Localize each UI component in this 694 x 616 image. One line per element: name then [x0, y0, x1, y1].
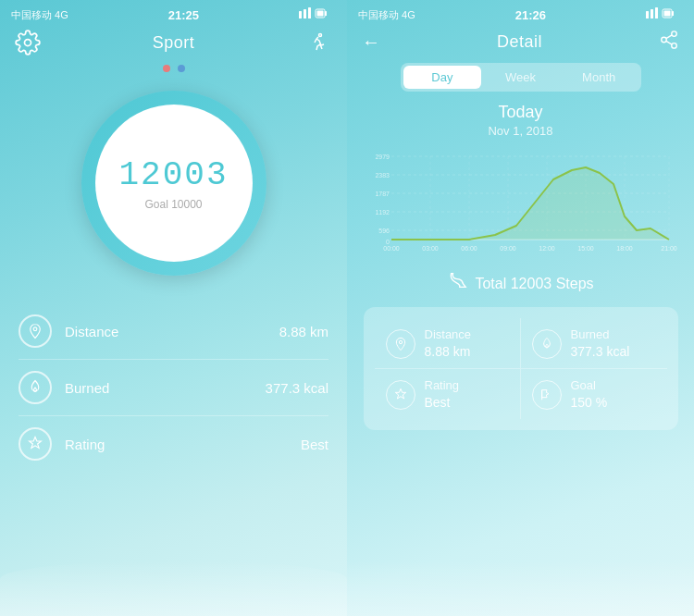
card-rating: Rating Best [375, 369, 521, 419]
card-rating-value: Best [425, 395, 460, 410]
steps-circle: 12003 Goal 10000 [81, 91, 266, 276]
stat-rating: Rating Best [19, 416, 328, 472]
svg-text:09:00: 09:00 [500, 245, 516, 252]
svg-point-17 [672, 43, 677, 48]
left-panel: 中国移动 4G 21:25 Sport [0, 0, 347, 616]
svg-text:21:00: 21:00 [661, 245, 677, 252]
svg-rect-4 [325, 11, 327, 16]
date-subtitle: Nov 1, 2018 [488, 124, 552, 138]
right-header-title: Detail [497, 32, 542, 52]
svg-line-19 [666, 35, 672, 39]
rating-value: Best [301, 437, 328, 452]
card-goal-icon [532, 380, 562, 410]
svg-point-7 [319, 34, 322, 37]
tab-day[interactable]: Day [403, 66, 482, 89]
card-distance-icon [386, 329, 415, 359]
svg-text:596: 596 [378, 228, 390, 234]
stat-distance: Distance 8.88 km [19, 303, 328, 360]
dot-2 [178, 65, 185, 72]
svg-text:2383: 2383 [375, 172, 390, 179]
burned-icon [19, 371, 52, 404]
card-goal-label: Goal [571, 378, 608, 392]
svg-text:1192: 1192 [375, 209, 390, 216]
svg-text:15:00: 15:00 [577, 245, 594, 252]
time-left: 21:25 [168, 8, 199, 22]
clouds-left [0, 561, 347, 616]
card-burned-value: 377.3 kcal [571, 344, 630, 359]
svg-rect-5 [316, 11, 323, 17]
settings-button[interactable] [15, 30, 41, 55]
svg-rect-2 [308, 7, 311, 18]
card-distance-value: 8.88 km [425, 344, 472, 359]
svg-rect-1 [304, 9, 306, 18]
svg-line-18 [666, 41, 672, 44]
status-icons-left [299, 7, 336, 22]
card-goal-value: 150 % [571, 395, 608, 410]
chart-svg: 2979 2383 1787 1192 596 0 00:00 03:00 06… [364, 147, 678, 258]
activity-chart: 2979 2383 1787 1192 596 0 00:00 03:00 06… [364, 147, 678, 258]
card-distance: Distance 8.88 km [375, 318, 521, 369]
left-header-title: Sport [153, 33, 195, 53]
tab-month[interactable]: Month [560, 66, 638, 89]
distance-icon [19, 314, 52, 348]
share-button[interactable] [659, 30, 679, 54]
carrier-left: 中国移动 4G [11, 8, 68, 22]
status-bar-right: 中国移动 4G 21:26 [347, 0, 694, 26]
runner-icon [306, 30, 332, 55]
burned-value: 377.3 kcal [266, 380, 328, 396]
rating-icon [19, 427, 52, 461]
back-button[interactable]: ← [362, 31, 380, 53]
date-title: Today [498, 103, 542, 122]
right-panel: 中国移动 4G 21:26 ← Detail [347, 0, 694, 616]
svg-rect-0 [299, 11, 302, 18]
svg-rect-13 [672, 11, 674, 16]
card-distance-label: Distance [425, 327, 472, 341]
svg-point-8 [33, 327, 37, 331]
svg-rect-9 [646, 11, 649, 18]
svg-text:0: 0 [386, 239, 390, 245]
svg-text:2979: 2979 [375, 154, 390, 160]
shoe-icon [447, 271, 467, 296]
svg-rect-14 [663, 11, 670, 17]
svg-text:03:00: 03:00 [422, 245, 439, 252]
stat-burned: Burned 377.3 kcal [19, 360, 328, 416]
svg-text:00:00: 00:00 [383, 245, 400, 252]
tab-bar: Day Week Month [401, 63, 641, 92]
page-dots [163, 65, 185, 72]
svg-text:1787: 1787 [375, 191, 390, 197]
carrier-right: 中国移动 4G [358, 8, 415, 22]
svg-point-6 [25, 40, 31, 46]
distance-value: 8.88 km [279, 324, 328, 339]
svg-text:12:00: 12:00 [539, 245, 555, 252]
dot-1 [163, 65, 170, 72]
clouds-right [347, 561, 694, 616]
steps-summary: Total 12003 Steps [447, 271, 593, 296]
tab-week[interactable]: Week [481, 66, 560, 89]
burned-label: Burned [65, 380, 266, 396]
card-burned-icon [532, 329, 562, 359]
svg-text:06:00: 06:00 [461, 245, 477, 252]
distance-label: Distance [65, 324, 279, 339]
card-rating-label: Rating [425, 378, 460, 392]
time-right: 21:26 [515, 8, 546, 22]
goal-text: Goal 10000 [144, 198, 202, 211]
svg-point-15 [672, 31, 677, 37]
stats-list: Distance 8.88 km Burned 377.3 kcal Ratin… [0, 303, 347, 472]
card-rating-icon [386, 380, 415, 410]
header-left: Sport [0, 26, 347, 65]
svg-marker-47 [391, 167, 669, 240]
svg-text:18:00: 18:00 [616, 245, 633, 252]
status-icons-right [646, 7, 683, 22]
svg-point-48 [399, 340, 402, 343]
svg-rect-10 [651, 9, 653, 18]
rating-label: Rating [65, 437, 301, 452]
header-right: ← Detail [347, 26, 694, 63]
detail-cards: Distance 8.88 km Burned 377.3 kcal [364, 307, 678, 430]
steps-count: 12003 [118, 156, 228, 194]
card-burned: Burned 377.3 kcal [521, 318, 667, 369]
steps-summary-text: Total 12003 Steps [475, 276, 593, 292]
status-bar-left: 中国移动 4G 21:25 [0, 0, 347, 26]
card-goal: Goal 150 % [521, 369, 667, 419]
svg-point-16 [662, 37, 667, 43]
svg-rect-11 [655, 7, 658, 18]
